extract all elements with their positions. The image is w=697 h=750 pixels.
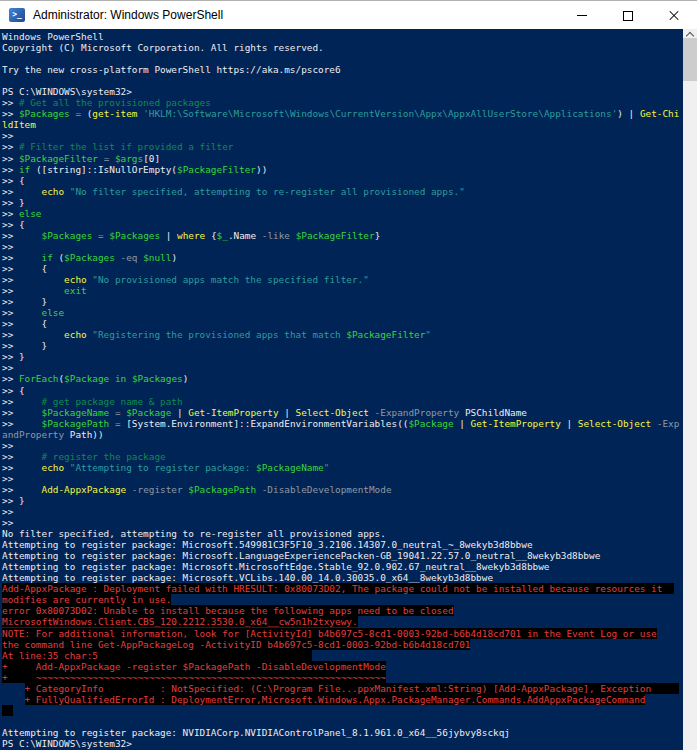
console-line: >> — [2, 362, 683, 373]
powershell-icon: >_ — [9, 8, 25, 22]
maximize-icon — [623, 11, 633, 21]
console-line — [2, 75, 683, 86]
console-line: >> echo "Registering the provisioned app… — [2, 329, 683, 340]
console-line: >> $PackageFilter = $args[0] — [2, 153, 683, 164]
console-line: >> ForEach($Package in $Packages) — [2, 373, 683, 384]
console-line: At line:35 char:5 — [2, 650, 683, 661]
console-line: + CategoryInfo : NotSpecified: (C:\Progr… — [2, 683, 683, 694]
console-line: >> } — [2, 351, 683, 362]
console-line: >> $Packages = (get-item 'HKLM:\Software… — [2, 108, 683, 119]
console-line: Copyright (C) Microsoft Corporation. All… — [2, 42, 683, 53]
console-line: + ~~~~~~~~~~~~~~~~~~~~~~~~~~~~~~~~~~~~~~… — [2, 672, 683, 683]
console-line — [2, 705, 683, 716]
console-line: >> { — [2, 175, 683, 186]
console-line: >> # Get all the provisioned packages — [2, 97, 683, 108]
console-line: >> { — [2, 263, 683, 274]
console-line: >> } — [2, 296, 683, 307]
console-line: + Add-AppxPackage -register $PackagePath… — [2, 661, 683, 672]
console-line: >> $Packages = $Packages | where {$_.Nam… — [2, 230, 683, 241]
console-line: >> { — [2, 219, 683, 230]
console-line: >> — [2, 241, 683, 252]
console-line: >> else — [2, 208, 683, 219]
console-line: the command line Get-AppPackageLog -Acti… — [2, 639, 683, 650]
console-line: >> # Filter the list if provided a filte… — [2, 141, 683, 152]
minimize-icon — [577, 15, 587, 16]
console-line: >> exit — [2, 285, 683, 296]
minimize-button[interactable] — [559, 1, 605, 30]
console-line: Attempting to register package: Microsof… — [2, 572, 683, 583]
console-line — [2, 53, 683, 64]
console-line: >> { — [2, 385, 683, 396]
console-line: >> else — [2, 307, 683, 318]
scrollbar-thumb[interactable] — [683, 38, 697, 81]
console-line: >> — [2, 506, 683, 517]
console-line: andProperty Path)) — [2, 429, 683, 440]
close-icon — [669, 11, 679, 21]
console-line: >> } — [2, 340, 683, 351]
console-line: Windows PowerShell — [2, 31, 683, 42]
console-line: >> $PackageName = $Package | Get-ItemPro… — [2, 407, 683, 418]
console-line: >> if ($Packages -eq $null) — [2, 252, 683, 263]
console-line: Add-AppxPackage : Deployment failed with… — [2, 583, 683, 594]
console-line: >> echo "No filter specified, attempting… — [2, 186, 683, 197]
console-line: MicrosoftWindows.Client.CBS_120.2212.353… — [2, 616, 683, 627]
console-line: >> Add-AppxPackage -register $PackagePat… — [2, 484, 683, 495]
vertical-scrollbar[interactable] — [683, 29, 697, 750]
console-line: >> — [2, 440, 683, 451]
console-line: >> # register the package — [2, 451, 683, 462]
console-line: PS C:\WINDOWS\system32> — [2, 86, 683, 97]
console-line: >> echo "No provisioned apps match the s… — [2, 274, 683, 285]
console-line: >> if ([string]::IsNullOrEmpty($PackageF… — [2, 164, 683, 175]
console-line: + FullyQualifiedErrorId : DeploymentErro… — [2, 694, 683, 705]
title-bar[interactable]: >_ Administrator: Windows PowerShell — [0, 0, 697, 29]
console-line: >> # get package name & path — [2, 396, 683, 407]
console-line: Try the new cross-platform PowerShell ht… — [2, 64, 683, 75]
console-line: NOTE: For additional information, look f… — [2, 628, 683, 639]
window-title: Administrator: Windows PowerShell — [33, 8, 223, 22]
console-line: PS C:\WINDOWS\system32> — [2, 738, 683, 749]
console-line: >> } — [2, 495, 683, 506]
console-line: >> { — [2, 318, 683, 329]
console-output[interactable]: Windows PowerShellCopyright (C) Microsof… — [0, 29, 683, 750]
console-line: Attempting to register package: Microsof… — [2, 550, 683, 561]
console-line: Attempting to register package: Microsof… — [2, 561, 683, 572]
maximize-button[interactable] — [605, 1, 651, 30]
console-line: >> — [2, 517, 683, 528]
console-line: >> } — [2, 197, 683, 208]
console-line: >> $PackagePath = [System.Environment]::… — [2, 418, 683, 429]
console-line: Attempting to register package: Microsof… — [2, 539, 683, 550]
console-line: error 0x80073D02: Unable to install beca… — [2, 605, 683, 616]
console-line: modifies are currently in use. — [2, 594, 683, 605]
console-line: ldItem — [2, 119, 683, 130]
console-line: >> echo "Attempting to register package:… — [2, 462, 683, 473]
console-line: Attempting to register package: NVIDIACo… — [2, 727, 683, 738]
console-line: No filter specified, attempting to re-re… — [2, 528, 683, 539]
console-line — [2, 716, 683, 727]
console-line: >> — [2, 130, 683, 141]
window-controls — [559, 1, 697, 30]
console-line: >> — [2, 473, 683, 484]
close-button[interactable] — [651, 1, 697, 30]
